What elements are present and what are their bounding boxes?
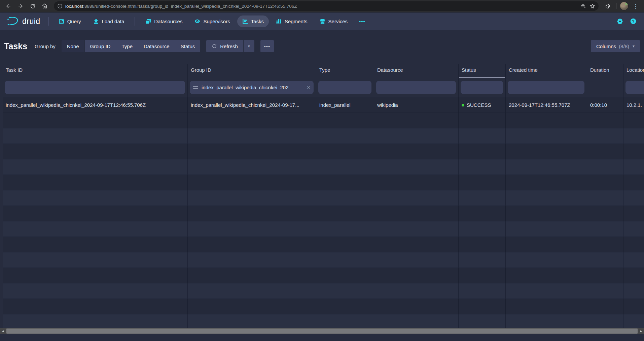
druid-navbar: druid QueryLoad dataDatasourcesSuperviso… — [0, 12, 644, 30]
empty-cell — [587, 299, 623, 314]
column-header-type[interactable]: Type — [316, 64, 374, 78]
nav-item-datasources[interactable]: Datasources — [140, 16, 187, 27]
zoom-page-icon[interactable] — [581, 3, 586, 9]
nav-item-segments[interactable]: Segments — [271, 16, 313, 27]
empty-cell — [459, 268, 506, 283]
cell-status[interactable]: SUCCESS — [459, 97, 506, 113]
extensions-icon[interactable] — [603, 1, 613, 11]
scrollbar-thumb[interactable] — [6, 329, 638, 334]
nav-item-supervisors[interactable]: Supervisors — [189, 16, 235, 27]
group-by-label: Group by — [35, 43, 56, 49]
settings-gear-icon[interactable] — [617, 18, 623, 25]
column-header-duration[interactable]: Duration — [587, 64, 623, 78]
nav-item-tasks[interactable]: Tasks — [237, 16, 269, 27]
empty-cell — [374, 221, 459, 237]
query-icon — [59, 19, 64, 24]
group-by-status-button[interactable]: Status — [175, 40, 201, 52]
empty-cell — [623, 221, 644, 237]
column-header-task-id[interactable]: Task ID — [3, 64, 188, 78]
filter-tag-text: index_parallel_wikipedia_chicnkei_202 — [202, 85, 303, 90]
empty-cell — [587, 221, 623, 237]
empty-cell — [623, 175, 644, 190]
remove-filter-icon[interactable]: × — [307, 85, 310, 90]
back-icon[interactable] — [3, 1, 13, 11]
nav-item-label: Supervisors — [203, 19, 230, 24]
druid-logo[interactable]: druid — [5, 16, 44, 26]
nav-item-query[interactable]: Query — [53, 16, 86, 27]
scroll-right-arrow-icon[interactable]: ▸ — [638, 328, 644, 334]
empty-cell — [506, 128, 587, 144]
filter-input-group-id[interactable]: index_parallel_wikipedia_chicnkei_202× — [190, 81, 314, 94]
refresh-button[interactable]: Refresh — [206, 40, 243, 52]
group-by-none-button[interactable]: None — [62, 40, 84, 52]
menu-kebab-icon[interactable]: ⋮ — [631, 1, 641, 11]
nav-item-label: Segments — [285, 19, 308, 24]
empty-cell — [188, 144, 316, 159]
empty-cell — [506, 144, 587, 159]
column-header-group-id[interactable]: Group ID — [188, 64, 316, 78]
divider — [616, 3, 616, 9]
cell-group_id[interactable]: index_parallel_wikipedia_chicnkei_2024-0… — [188, 97, 316, 113]
empty-cell — [316, 144, 374, 159]
filter-input-task-id[interactable] — [5, 81, 185, 94]
empty-cell — [316, 190, 374, 206]
profile-avatar[interactable] — [620, 2, 629, 10]
filter-input-type[interactable] — [318, 81, 371, 94]
empty-cell — [587, 252, 623, 268]
toolbar-more-button[interactable]: ••• — [260, 40, 274, 52]
empty-cell — [316, 159, 374, 175]
group-by-group-id-button[interactable]: Group ID — [85, 40, 116, 52]
nav-item-load-data[interactable]: Load data — [88, 16, 130, 27]
scroll-left-arrow-icon[interactable]: ◂ — [0, 328, 6, 334]
group-by-type-button[interactable]: Type — [116, 40, 138, 52]
empty-cell — [506, 221, 587, 237]
bookmark-star-icon[interactable] — [589, 3, 595, 9]
filter-input-status[interactable] — [461, 81, 503, 94]
nav-item-services[interactable]: Services — [315, 16, 353, 27]
empty-row — [3, 113, 644, 128]
cell-created_time[interactable]: 2024-09-17T12:46:55.707Z — [506, 97, 587, 113]
help-icon[interactable]: ? — [630, 18, 637, 25]
cell-type[interactable]: index_parallel — [316, 97, 374, 113]
column-header-location[interactable]: Location — [623, 64, 644, 78]
cell-task_id[interactable]: index_parallel_wikipedia_chicnkei_2024-0… — [3, 97, 188, 113]
datasources-icon — [145, 19, 151, 24]
group-by-datasource-button[interactable]: Datasource — [138, 40, 175, 52]
horizontal-scrollbar[interactable]: ◂ ▸ — [0, 328, 644, 334]
site-info-icon[interactable] — [57, 3, 63, 9]
chevron-down-icon: ▾ — [248, 44, 250, 49]
filter-cell-group-id: index_parallel_wikipedia_chicnkei_202× — [188, 78, 316, 97]
empty-cell — [374, 268, 459, 283]
column-header-datasource[interactable]: Datasource — [374, 64, 459, 78]
nav-more-button[interactable]: ••• — [354, 16, 370, 27]
segments-icon — [276, 19, 282, 24]
empty-cell — [316, 175, 374, 190]
empty-cell — [188, 237, 316, 252]
refresh-interval-caret-button[interactable]: ▾ — [244, 40, 254, 52]
empty-cell — [374, 144, 459, 159]
filter-input-created-time[interactable] — [508, 81, 584, 94]
task-row[interactable]: index_parallel_wikipedia_chicnkei_2024-0… — [3, 97, 644, 113]
forward-icon[interactable] — [15, 1, 26, 11]
filter-input-datasource[interactable] — [376, 81, 456, 94]
empty-cell — [3, 268, 188, 283]
cell-datasource[interactable]: wikipedia — [374, 97, 459, 113]
empty-cell — [374, 190, 459, 206]
status-success-dot — [462, 104, 464, 106]
empty-cell — [316, 299, 374, 314]
filter-input-location[interactable] — [625, 81, 644, 94]
columns-button[interactable]: Columns (8/8) ▾ — [591, 40, 640, 52]
url-bar[interactable]: localhost:8888/unified-console.html#task… — [54, 1, 599, 11]
columns-count: (8/8) — [619, 43, 629, 49]
home-icon[interactable] — [40, 1, 50, 11]
filter-cell-type — [316, 78, 374, 97]
empty-cell — [3, 206, 188, 221]
reload-icon[interactable] — [28, 1, 38, 11]
cell-location[interactable]: 10.2.1. — [623, 97, 644, 113]
column-header-status[interactable]: Status — [459, 64, 506, 78]
empty-cell — [623, 299, 644, 314]
filter-cell-task-id — [3, 78, 188, 97]
column-header-created-time[interactable]: Created time — [506, 64, 587, 78]
cell-duration[interactable]: 0:00:10 — [587, 97, 623, 113]
url-text: localhost:8888/unified-console.html#task… — [65, 4, 297, 9]
